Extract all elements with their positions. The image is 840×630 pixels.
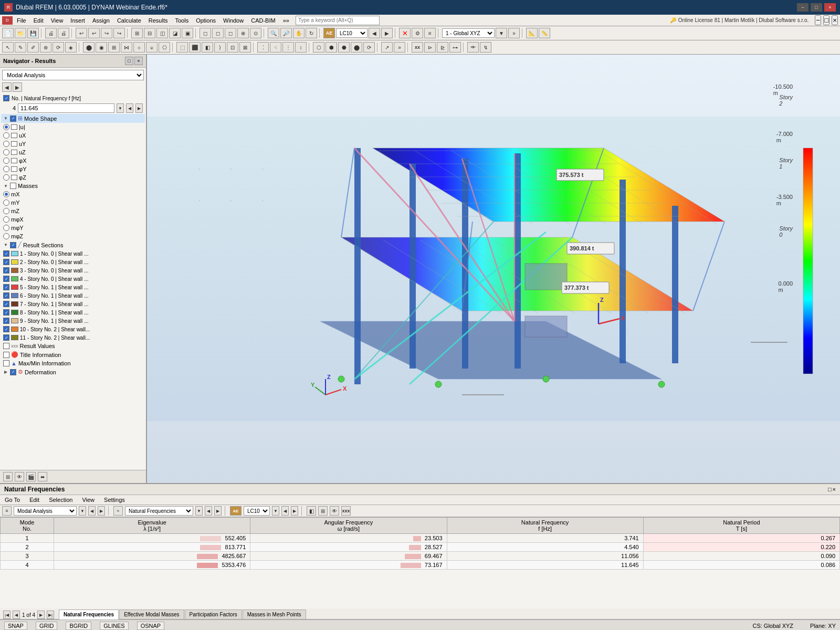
bp-close[interactable]: × <box>833 486 836 492</box>
rs-item-11[interactable]: ✓ 11 - Story No. 2 | Shear wall... <box>1 333 145 342</box>
rs4-checkbox[interactable]: ✓ <box>3 276 9 282</box>
tb2-4[interactable]: ⊛ <box>40 42 51 52</box>
tb2-26[interactable]: ⬣ <box>338 42 350 52</box>
masses-checkbox[interactable] <box>10 183 16 189</box>
mode-shape-expand[interactable]: ▼ <box>3 116 8 121</box>
nav-icon-1[interactable]: ⊞ <box>3 472 13 481</box>
tb2-32[interactable]: ⊳ <box>424 42 436 52</box>
xyz-more[interactable]: » <box>508 28 520 38</box>
nav-next[interactable]: ▶ <box>381 28 393 38</box>
ti-checkbox[interactable] <box>3 352 9 358</box>
menu-assign[interactable]: Assign <box>89 16 113 25</box>
viewport[interactable]: X Y Z X Z <box>147 55 840 483</box>
view-btn1[interactable]: ⊞ <box>131 28 143 38</box>
redo-button[interactable]: ↪ <box>101 28 112 38</box>
tb2-33[interactable]: ⊵ <box>437 42 448 52</box>
rs-item-9[interactable]: ✓ 9 - Story No. 1 | Shear wall ... <box>1 317 145 325</box>
mass-my-radio[interactable] <box>3 200 9 206</box>
bp-lc-down[interactable]: ▼ <box>272 506 279 516</box>
rs1-checkbox[interactable]: ✓ <box>3 250 9 257</box>
print-preview[interactable]: 🖨 <box>58 28 69 38</box>
zoom-out[interactable]: 🔎 <box>280 28 292 38</box>
menu-insert[interactable]: Insert <box>67 16 88 25</box>
freq-value[interactable]: 11.645 <box>18 103 114 113</box>
mode-shape-checkbox[interactable]: ✓ <box>10 116 16 122</box>
rs-checkbox[interactable]: ✓ <box>10 242 16 248</box>
rs7-checkbox[interactable]: ✓ <box>3 301 9 307</box>
table-row[interactable]: 2 813.771 28.527 4.540 0.220 <box>1 543 840 552</box>
bp-modal-combo[interactable]: Modal Analysis <box>14 506 77 516</box>
page-first[interactable]: |◀ <box>3 611 10 619</box>
tb2-28[interactable]: ⟳ <box>363 42 375 52</box>
mass-mpy[interactable]: mφY <box>1 224 145 232</box>
freq-next[interactable]: ▶ <box>135 103 143 113</box>
rs5-checkbox[interactable]: ✓ <box>3 284 9 290</box>
zoom-in[interactable]: 🔍 <box>268 28 279 38</box>
undo2-button[interactable]: ↩ <box>88 28 100 38</box>
tb-btn-a[interactable]: ◻ <box>200 28 211 38</box>
mode-py-radio[interactable] <box>3 166 9 172</box>
bp-icon1[interactable]: ◧ <box>307 506 316 516</box>
mode-py[interactable]: φY <box>1 165 145 173</box>
redo2-button[interactable]: ↪ <box>113 28 125 38</box>
mode-px[interactable]: φX <box>1 156 145 165</box>
bp-selection[interactable]: Selection <box>47 496 74 503</box>
mode-ux-radio[interactable] <box>3 132 9 139</box>
rotate[interactable]: ↻ <box>306 28 317 38</box>
table-row[interactable]: 1 552.405 23.503 3.741 0.267 <box>1 534 840 543</box>
license-close[interactable]: × <box>832 15 838 25</box>
ae-btn[interactable]: AE <box>323 28 335 38</box>
grid-status[interactable]: GRID <box>36 622 58 630</box>
result-values[interactable]: xxx Result Values <box>1 342 145 350</box>
rs-item-5[interactable]: ✓ 5 - Story No. 1 | Shear wall ... <box>1 283 145 291</box>
nav-prev[interactable]: ◀ <box>369 28 380 38</box>
rs-item-1[interactable]: ✓ 1 - Story No. 0 | Shear wall ... <box>1 249 145 258</box>
mode-uy-radio[interactable] <box>3 141 9 147</box>
mode-uz-radio[interactable] <box>3 149 9 155</box>
masses-expand[interactable]: ▼ <box>3 183 8 188</box>
bp-modal-down[interactable]: ▼ <box>79 506 86 516</box>
tb2-3[interactable]: ✐ <box>27 42 39 52</box>
tb2-8[interactable]: ◉ <box>96 42 107 52</box>
mode-abs-radio[interactable] <box>3 124 9 130</box>
rs-item-7[interactable]: ✓ 7 - Story No. 1 | Shear wall ... <box>1 300 145 308</box>
menu-window[interactable]: Window <box>220 16 247 25</box>
bp-tb1[interactable]: ≡ <box>2 506 12 516</box>
ruler2-btn[interactable]: 📏 <box>539 28 550 38</box>
rs-item-8[interactable]: ✓ 8 - Story No. 1 | Shear wall ... <box>1 308 145 317</box>
rs-item-4[interactable]: ✓ 4 - Story No. 0 | Shear wall ... <box>1 275 145 283</box>
nav-dropdown[interactable]: Modal Analysis <box>2 70 144 80</box>
bp-modal-prev[interactable]: ◀ <box>88 506 96 516</box>
ruler-btn[interactable]: 📐 <box>526 28 538 38</box>
menu-more[interactable]: »» <box>280 16 292 25</box>
table-row[interactable]: 3 4825.667 69.467 11.056 0.090 <box>1 552 840 561</box>
freq-prev[interactable]: ◀ <box>126 103 133 113</box>
rs8-checkbox[interactable]: ✓ <box>3 309 9 316</box>
tb2-13[interactable]: ⎔ <box>159 42 170 52</box>
tb-btn-b[interactable]: ◻ <box>212 28 224 38</box>
mass-mx-radio[interactable] <box>3 191 9 197</box>
bp-restore[interactable]: □ <box>828 486 832 492</box>
tb2-31[interactable]: xx <box>412 42 423 52</box>
menu-cadbim[interactable]: CAD-BIM <box>248 16 278 25</box>
mode-abs[interactable]: |u| <box>1 123 145 131</box>
menu-edit[interactable]: Edit <box>30 16 47 25</box>
rs-item-10[interactable]: ✓ 10 - Story No. 2 | Shear wall... <box>1 325 145 333</box>
rs6-checkbox[interactable]: ✓ <box>3 292 9 299</box>
title-information[interactable]: 🔴 Title Information <box>1 350 145 359</box>
mass-mx[interactable]: mX <box>1 190 145 198</box>
xyz-combo[interactable]: 1 - Global XYZ <box>442 28 495 38</box>
tab-natural-freq[interactable]: Natural Frequencies <box>59 610 119 620</box>
bp-icon2[interactable]: ⊞ <box>318 506 328 516</box>
tb2-35[interactable]: ⬲ <box>467 42 479 52</box>
freq-down[interactable]: ▼ <box>117 103 124 113</box>
view-btn2[interactable]: ⊟ <box>144 28 155 38</box>
bp-result-next[interactable]: ▶ <box>214 506 222 516</box>
lc-combo[interactable]: LC10 <box>336 28 368 38</box>
bp-view[interactable]: View <box>80 496 96 503</box>
pan[interactable]: ✋ <box>293 28 304 38</box>
result-sections-header[interactable]: ▼ ✓ ╱ Result Sections <box>1 240 145 249</box>
minimize-button[interactable]: − <box>797 3 808 12</box>
bp-goto[interactable]: Go To <box>3 496 22 503</box>
bgrid-status[interactable]: BGRID <box>66 622 91 630</box>
